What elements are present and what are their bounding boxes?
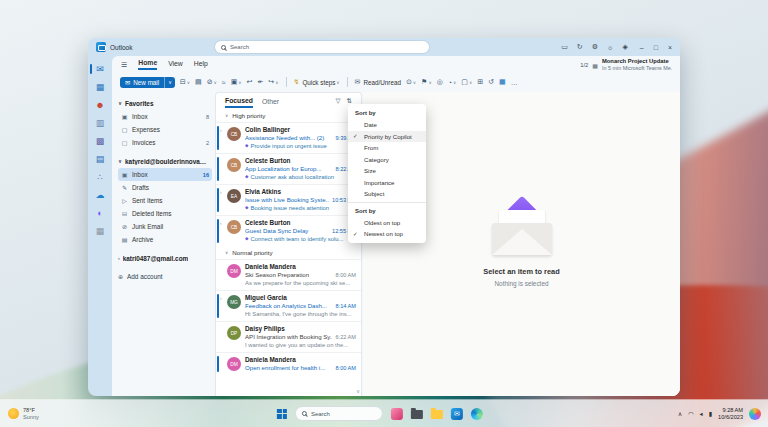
taskbar-search-input[interactable]: Search [295,406,383,421]
start-button[interactable] [277,409,287,419]
menu-item-size[interactable]: Size [348,165,426,177]
folder-item-expenses[interactable]: ▢ Expenses [118,123,212,136]
outlook-taskbar-icon[interactable]: ✉ [451,408,463,420]
sync-icon[interactable]: ↻ [577,43,583,51]
group-header-normal-priority[interactable]: ∨ Normal priority [216,246,361,259]
feedback-icon[interactable]: ▭ [561,43,568,51]
flag-button[interactable]: ⚑∨ [421,78,432,86]
groups-icon[interactable]: ▥ [88,118,112,128]
undo-button[interactable]: ↺ [488,78,494,86]
org-browser-icon[interactable]: ∴ [88,172,112,182]
email-row[interactable]: DM Daniela Mandera Ski Season Preparatio… [216,259,361,290]
print-button[interactable]: ⊞ [477,78,483,86]
expander-icon[interactable]: › [220,128,222,133]
clock[interactable]: 9:28 AM 10/6/2023 [718,407,743,420]
tab-home[interactable]: Home [138,59,157,70]
pin-button[interactable]: ◎ [437,78,443,86]
wifi-icon[interactable]: ◠ [688,410,693,417]
menu-item-newest-on-top[interactable]: ✓ Newest on top [348,228,426,240]
folder-item-inbox-favorite[interactable]: ▣ Inbox 8 [118,110,212,123]
folder-item-drafts[interactable]: ✎ Drafts [118,181,212,194]
email-row[interactable]: › EA Elvia Atkins Issue with Live Bookin… [216,184,361,215]
volume-icon[interactable]: ◂ [700,410,703,417]
menu-item-subject[interactable]: Subject [348,188,426,200]
menu-item-oldest-on-top[interactable]: Oldest on top [348,217,426,229]
onedrive-icon[interactable]: ☁ [88,190,112,200]
reply-button[interactable]: ↩ [247,78,253,86]
new-mail-chevron-icon[interactable]: ∨ [164,77,175,88]
menu-item-category[interactable]: Category [348,154,426,166]
word-icon[interactable]: ▤ [88,154,112,164]
more-apps-icon[interactable]: ▦ [88,226,112,236]
email-row[interactable]: › CB Colin Ballinger Assistance Needed w… [216,122,361,153]
tab-other[interactable]: Other [262,98,279,105]
folder-item-invoices[interactable]: ▢ Invoices 2 [118,136,212,149]
premium-diamond-icon[interactable]: ◈ [622,43,627,51]
calendar-icon[interactable]: ▦ [88,82,112,92]
categorize-button[interactable]: ⊙∨ [406,78,416,86]
reply-all-button[interactable]: ↞ [257,78,263,86]
email-row[interactable]: › CB Celeste Burton Guest Data Sync Dela… [216,215,361,246]
tab-focused[interactable]: Focused [225,95,253,108]
pinned-app-icon[interactable] [411,410,423,419]
weather-widget[interactable]: 78°F Sunny [8,400,39,427]
copilot-taskbar-icon[interactable] [749,408,761,420]
expander-icon[interactable]: › [220,221,222,226]
archive-button[interactable]: ▤ [195,78,202,86]
quick-steps-button[interactable]: ↯Quick steps∨ [294,78,340,86]
scroll-down-arrow[interactable]: ∨ [356,388,360,394]
filter-icon[interactable]: ▽ [336,97,341,105]
email-row[interactable]: DM Daniela Mandera Open enrollment for h… [216,352,361,375]
menu-item-date[interactable]: Date [348,119,426,131]
mail-icon[interactable]: ✉ [88,64,112,74]
minimize-button[interactable]: – [640,44,644,51]
teams-icon[interactable]: ▩ [88,136,112,146]
browse-groups-button[interactable]: ▦ [499,78,506,86]
battery-icon[interactable]: ▮ [709,410,712,417]
menu-item-importance[interactable]: Importance [348,177,426,189]
add-account-button[interactable]: ⊕ Add account [118,269,212,283]
favorites-header[interactable]: ∨ Favorites [118,96,212,110]
folder-item-archive[interactable]: ▤ Archive [118,233,212,246]
report-button[interactable]: ⊘∨ [207,78,217,86]
email-row[interactable]: › MG Miguel Garcia Feedback on Analytics… [216,290,361,321]
folder-item-sent[interactable]: ▷ Sent Items [118,194,212,207]
message-list-header: Focused Other ▽ ⇅ [216,93,361,109]
search-input[interactable]: Search [215,41,429,53]
maximize-button[interactable]: □ [654,44,658,51]
sweep-button[interactable]: ≈ [222,79,226,86]
expander-icon[interactable]: › [220,296,222,301]
tab-view[interactable]: View [168,60,183,69]
expander-icon[interactable]: › [220,190,222,195]
forward-button[interactable]: ↪∨ [268,78,278,86]
tray-chevron-up-icon[interactable]: ∧ [678,410,683,417]
edge-browser-icon[interactable] [471,408,483,420]
tips-lightbulb-icon[interactable]: ☼ [607,44,613,51]
settings-gear-icon[interactable]: ⚙ [592,43,598,51]
menu-item-priority-by-copilot[interactable]: ✓ Priority by Copilot [348,131,426,143]
folder-item-junk[interactable]: ⊘ Junk Email [118,220,212,233]
folder-item-inbox[interactable]: ▣ Inbox 16 [118,168,212,181]
hamburger-icon[interactable]: ☰ [121,61,127,69]
delete-button[interactable]: ⊟∨ [180,78,190,86]
tab-help[interactable]: Help [194,60,208,69]
toolbar-overflow-button[interactable]: … [511,79,518,86]
reminder-notification[interactable]: 1/2 ▦ Monarch Project Update In 5 min Mi… [580,58,672,72]
new-mail-button[interactable]: ✉ New mail ∨ [120,77,175,88]
email-row[interactable]: CB Celeste Burton App Localization for E… [216,153,361,184]
email-row[interactable]: DP Daisy Philips API Integration with Bo… [216,321,361,352]
loop-icon[interactable]: ◐ [88,208,112,218]
folder-item-deleted[interactable]: ⊟ Deleted Items [118,207,212,220]
folder-button[interactable]: ▢∨ [461,78,472,86]
photos-app-icon[interactable] [391,408,403,420]
menu-item-from[interactable]: From [348,142,426,154]
people-icon[interactable]: ☻ [88,100,112,110]
file-explorer-icon[interactable] [431,410,443,419]
group-header-high-priority[interactable]: ∨ High priority [216,109,361,122]
secondary-account-header[interactable]: › katri0487@gmail.com [118,251,212,265]
snooze-button[interactable]: ◔∨ [448,79,457,86]
close-button[interactable]: × [668,44,672,51]
primary-account-header[interactable]: ∨ katyreid@boulderinnova… [118,154,212,168]
move-to-button[interactable]: ▣∨ [231,78,242,86]
read-unread-button[interactable]: ✉Read/Unread [355,78,401,86]
